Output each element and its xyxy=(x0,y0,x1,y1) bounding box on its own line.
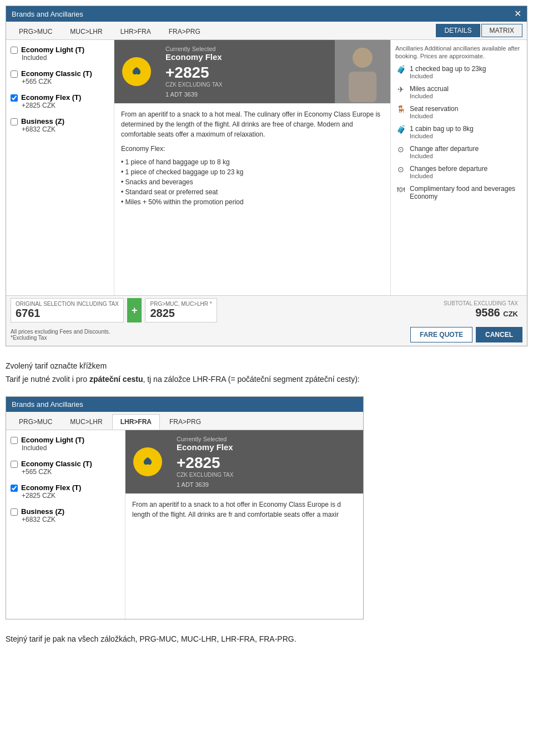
footer-original-selection: ORIGINAL SELECTION INCLUDING TAX 6761 xyxy=(11,298,124,322)
fare-name-eco-flex: Economy Flex (T) xyxy=(21,93,81,102)
brands-dialog-2: Brands and Ancillaries PRG>MUC MUC>LHR L… xyxy=(6,396,364,619)
fare-name-eco-classic-2: Economy Classic (T) xyxy=(21,460,92,468)
footer-original-label: ORIGINAL SELECTION INCLUDING TAX xyxy=(16,301,119,307)
footer-original-value: 6761 xyxy=(16,307,119,320)
prose-line1: Zvolený tarif označte křížkem xyxy=(6,360,527,373)
prose-line2: Tarif je nutné zvolit i pro zpáteční ces… xyxy=(6,373,527,386)
tab-fra-prg-1[interactable]: FRA>PRG xyxy=(160,24,209,39)
fare-hero-1: Currently Selected Economy Flex +2825 CZ… xyxy=(114,40,390,103)
tab-fra-prg-2[interactable]: FRA>PRG xyxy=(161,414,209,430)
fare-hero-price-sub-1: CZK EXCLUDING TAX xyxy=(165,82,328,88)
fare-checkbox-business[interactable] xyxy=(11,118,18,125)
tab-muc-lhr-2[interactable]: MUC>LHR xyxy=(62,414,110,430)
footer-bottom-1: All prices excluding Fees and Discounts.… xyxy=(6,325,527,346)
anc-value-change-before: Included xyxy=(410,173,487,179)
airline-logo xyxy=(114,40,159,103)
svg-rect-3 xyxy=(349,72,376,102)
tab-lhr-fra-2[interactable]: LHR>FRA xyxy=(112,414,160,430)
fare-checkbox-eco-classic-2[interactable] xyxy=(11,461,18,468)
view-details-btn[interactable]: DETAILS xyxy=(436,24,480,37)
dialog-title-1: Brands and Ancillaries xyxy=(12,10,83,18)
seat-icon: 🪑 xyxy=(395,105,406,114)
brands-dialog-1: Brands and Ancillaries ✕ PRG>MUC MUC>LHR… xyxy=(6,6,527,346)
footer-actions: FARE QUOTE CANCEL xyxy=(410,327,522,342)
ancillaries-header-1: Ancillaries Additional ancillaries avail… xyxy=(395,44,522,61)
anc-value-cabin-bag: Included xyxy=(410,133,474,139)
fare-bullet-3: Snacks and beverages xyxy=(121,177,384,187)
fare-option-eco-light-2: Economy Light (T) Included xyxy=(11,436,120,452)
fare-name-eco-light-2: Economy Light (T) xyxy=(21,436,84,444)
anc-value-seat: Included xyxy=(410,113,458,119)
fare-option-eco-classic-2: Economy Classic (T) +565 CZK xyxy=(11,460,120,476)
fare-option-eco-flex-2: Economy Flex (T) +2825 CZK xyxy=(11,483,120,500)
fare-checkbox-eco-light-2[interactable] xyxy=(11,437,18,444)
tabs-bar-1: PRG>MUC MUC>LHR LHR>FRA FRA>PRG DETAILS … xyxy=(6,22,527,40)
footer-subtotal: SUBTOTAL EXCLUDING TAX 9586 CZK xyxy=(439,298,522,322)
fare-detail-panel-2: Currently Selected Economy Flex +2825 CZ… xyxy=(125,430,363,619)
fare-price-eco-classic-2: +565 CZK xyxy=(22,468,120,476)
fare-option-business: Business (Z) +6832 CZK xyxy=(11,117,109,133)
dialog-titlebar-2: Brands and Ancillaries xyxy=(6,397,363,412)
fare-detail-panel-1: Currently Selected Economy Flex +2825 CZ… xyxy=(114,40,391,295)
fare-checkbox-eco-flex[interactable] xyxy=(11,94,18,102)
tab-prg-muc-1[interactable]: PRG>MUC xyxy=(11,24,61,39)
footer-segment-value: 2825 xyxy=(150,307,212,320)
fare-quote-button[interactable]: FARE QUOTE xyxy=(410,327,472,342)
anc-name-bag-23: 1 checked bag up to 23kg xyxy=(410,65,486,73)
fare-description-1: From an aperitif to a snack to a hot mea… xyxy=(114,103,390,213)
tab-muc-lhr-1[interactable]: MUC>LHR xyxy=(62,24,110,39)
footer-note2: *Excluding Tax xyxy=(11,335,110,341)
change-before-icon: ⊙ xyxy=(395,165,406,174)
dialog-body-1: Economy Light (T) Included Economy Class… xyxy=(6,40,527,295)
passenger-illustration xyxy=(335,41,390,102)
footer-top-1: ORIGINAL SELECTION INCLUDING TAX 6761 + … xyxy=(6,296,527,325)
fare-option-eco-light: Economy Light (T) Included xyxy=(11,46,109,62)
prose-section-1: Zvolený tarif označte křížkem Tarif je n… xyxy=(0,352,533,391)
tab-lhr-fra-1[interactable]: LHR>FRA xyxy=(112,24,159,39)
ancillary-food: 🍽 Complimentary food and beverages Econo… xyxy=(395,185,522,200)
fare-checkbox-business-2[interactable] xyxy=(11,508,18,516)
currently-selected-label-1: Currently Selected xyxy=(165,46,328,52)
fare-price-eco-light: Included xyxy=(22,54,109,62)
fare-checkbox-eco-flex-2[interactable] xyxy=(11,485,18,492)
footer-segment-info: PRG>MUC, MUC>LHR * 2825 xyxy=(145,298,217,322)
fare-name-eco-flex-2: Economy Flex (T) xyxy=(21,483,81,492)
anc-name-food: Complimentary food and beverages Economy xyxy=(410,185,522,200)
ancillary-seat: 🪑 Seat reservation Included xyxy=(395,105,522,119)
dialog-body-2: Economy Light (T) Included Economy Class… xyxy=(6,430,363,619)
svg-point-2 xyxy=(353,48,373,68)
fare-hero-info-2: Currently Selected Economy Flex +2825 CZ… xyxy=(170,430,363,493)
view-matrix-btn[interactable]: MATRIX xyxy=(481,24,522,37)
bottom-text-section: Stejný tarif je pak na všech záložkách, … xyxy=(0,625,533,651)
fare-hero-image-1 xyxy=(335,40,390,103)
fare-price-business: +6832 CZK xyxy=(22,125,109,133)
cabin-bag-icon: 🧳 xyxy=(395,125,406,134)
ancillary-cabin-bag: 🧳 1 cabin bag up to 8kg Included xyxy=(395,125,522,139)
fare-option-business-2: Business (Z) +6832 CZK xyxy=(11,507,120,523)
ancillary-change-after: ⊙ Change after departure Included xyxy=(395,145,522,159)
ancillary-change-before: ⊙ Changes before departure Included xyxy=(395,165,522,179)
fare-price-eco-flex-2: +2825 CZK xyxy=(22,492,120,500)
footer-segment-label: PRG>MUC, MUC>LHR * xyxy=(150,301,212,307)
fare-bullet-5: Miles + 50% within the promotion period xyxy=(121,197,384,207)
dialog-titlebar-1: Brands and Ancillaries ✕ xyxy=(6,6,527,22)
footer-note1: All prices excluding Fees and Discounts. xyxy=(11,329,110,335)
fare-name-eco-classic: Economy Classic (T) xyxy=(21,69,92,78)
tab-prg-muc-2[interactable]: PRG>MUC xyxy=(11,414,61,430)
fare-checkbox-eco-light[interactable] xyxy=(11,47,18,54)
fare-options-panel-1: Economy Light (T) Included Economy Class… xyxy=(6,40,114,295)
fare-bullet-1: 1 piece of hand baggage up to 8 kg xyxy=(121,157,384,167)
dialog-footer-1: ORIGINAL SELECTION INCLUDING TAX 6761 + … xyxy=(6,295,527,346)
fare-bullet-4: Standard seat or preferred seat xyxy=(121,187,384,197)
footer-subtotal-value: 9586 CZK xyxy=(444,306,518,319)
fare-hero-price-2: +2825 xyxy=(177,454,356,472)
cancel-button-1[interactable]: CANCEL xyxy=(476,327,522,342)
fare-hero-adt-2: 1 ADT 3639 xyxy=(177,481,356,488)
fare-option-eco-flex: Economy Flex (T) +2825 CZK xyxy=(11,93,109,109)
fare-option-eco-classic: Economy Classic (T) +565 CZK xyxy=(11,69,109,85)
footer-notes: All prices excluding Fees and Discounts.… xyxy=(11,329,110,341)
fare-desc-text-2: From an aperitif to a snack to a hot off… xyxy=(132,500,356,520)
ancillary-bag-23: 🧳 1 checked bag up to 23kg Included xyxy=(395,65,522,79)
close-button-1[interactable]: ✕ xyxy=(514,9,521,18)
fare-checkbox-eco-classic[interactable] xyxy=(11,70,18,78)
